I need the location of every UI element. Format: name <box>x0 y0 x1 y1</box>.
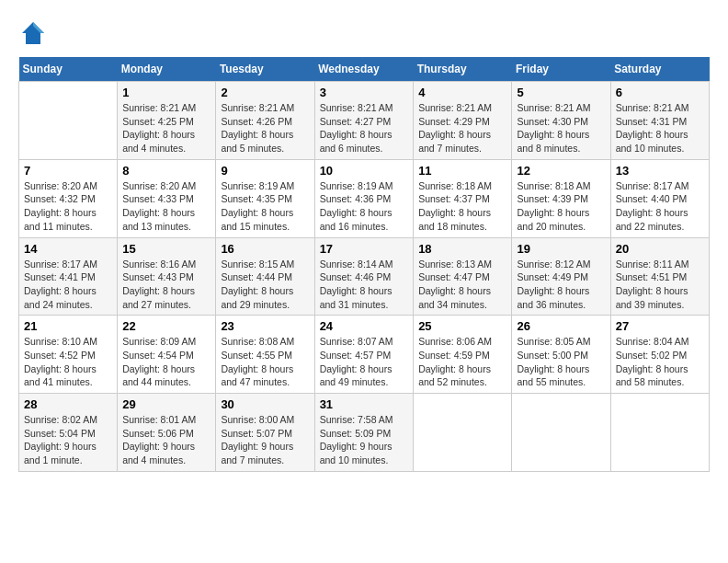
day-info: Sunrise: 8:20 AMSunset: 4:33 PMDaylight:… <box>122 179 210 234</box>
calendar-cell <box>512 394 610 472</box>
calendar-cell <box>19 82 118 160</box>
logo-icon <box>18 18 48 48</box>
calendar-cell: 23Sunrise: 8:08 AMSunset: 4:55 PMDayligh… <box>216 316 314 394</box>
logo <box>18 18 51 48</box>
day-info: Sunrise: 8:15 AMSunset: 4:44 PMDaylight:… <box>221 258 309 312</box>
calendar-cell: 19Sunrise: 8:12 AMSunset: 4:49 PMDayligh… <box>512 237 610 316</box>
calendar-cell: 29Sunrise: 8:01 AMSunset: 5:06 PMDayligh… <box>118 394 216 472</box>
page-container: SundayMondayTuesdayWednesdayThursdayFrid… <box>18 18 710 472</box>
day-number: 26 <box>517 319 605 333</box>
day-number: 23 <box>221 319 309 333</box>
day-number: 28 <box>24 397 112 411</box>
calendar-cell: 28Sunrise: 8:02 AMSunset: 5:04 PMDayligh… <box>19 394 118 472</box>
calendar-cell: 5Sunrise: 8:21 AMSunset: 4:30 PMDaylight… <box>512 82 610 160</box>
calendar-cell: 25Sunrise: 8:06 AMSunset: 4:59 PMDayligh… <box>414 316 512 394</box>
day-info: Sunrise: 7:58 AMSunset: 5:09 PMDaylight:… <box>320 413 409 467</box>
calendar-cell: 17Sunrise: 8:14 AMSunset: 4:46 PMDayligh… <box>314 237 414 316</box>
day-number: 27 <box>616 319 704 333</box>
day-info: Sunrise: 8:19 AMSunset: 4:35 PMDaylight:… <box>221 179 309 234</box>
day-info: Sunrise: 8:18 AMSunset: 4:37 PMDaylight:… <box>418 179 506 234</box>
day-number: 9 <box>221 164 309 178</box>
day-info: Sunrise: 8:05 AMSunset: 5:00 PMDaylight:… <box>517 335 605 389</box>
weekday-header: Saturday <box>610 57 709 82</box>
day-info: Sunrise: 8:04 AMSunset: 5:02 PMDaylight:… <box>616 335 704 389</box>
day-number: 25 <box>418 319 506 333</box>
calendar-cell: 1Sunrise: 8:21 AMSunset: 4:25 PMDaylight… <box>118 82 216 160</box>
weekday-header: Tuesday <box>216 57 314 82</box>
calendar-week-row: 14Sunrise: 8:17 AMSunset: 4:41 PMDayligh… <box>19 237 710 316</box>
day-info: Sunrise: 8:21 AMSunset: 4:27 PMDaylight:… <box>320 101 409 155</box>
day-number: 5 <box>517 86 605 99</box>
day-info: Sunrise: 8:21 AMSunset: 4:25 PMDaylight:… <box>122 101 210 155</box>
day-number: 18 <box>418 242 506 256</box>
day-number: 16 <box>221 242 309 256</box>
day-info: Sunrise: 8:18 AMSunset: 4:39 PMDaylight:… <box>517 179 605 234</box>
day-info: Sunrise: 8:20 AMSunset: 4:32 PMDaylight:… <box>24 179 112 234</box>
day-number: 1 <box>122 86 210 99</box>
calendar-cell: 24Sunrise: 8:07 AMSunset: 4:57 PMDayligh… <box>314 316 414 394</box>
calendar-week-row: 7Sunrise: 8:20 AMSunset: 4:32 PMDaylight… <box>19 159 710 237</box>
day-info: Sunrise: 8:02 AMSunset: 5:04 PMDaylight:… <box>24 413 112 467</box>
day-number: 8 <box>122 164 210 178</box>
day-number: 10 <box>320 164 409 178</box>
day-number: 20 <box>616 242 704 256</box>
day-number: 15 <box>122 242 210 256</box>
calendar-cell: 2Sunrise: 8:21 AMSunset: 4:26 PMDaylight… <box>216 82 314 160</box>
calendar-cell: 3Sunrise: 8:21 AMSunset: 4:27 PMDaylight… <box>314 82 414 160</box>
calendar-cell: 30Sunrise: 8:00 AMSunset: 5:07 PMDayligh… <box>216 394 314 472</box>
calendar-cell: 31Sunrise: 7:58 AMSunset: 5:09 PMDayligh… <box>314 394 414 472</box>
weekday-header: Wednesday <box>314 57 414 82</box>
header-row: SundayMondayTuesdayWednesdayThursdayFrid… <box>19 57 710 82</box>
calendar-cell: 7Sunrise: 8:20 AMSunset: 4:32 PMDaylight… <box>19 159 118 237</box>
day-number: 11 <box>418 164 506 178</box>
weekday-header: Monday <box>118 57 216 82</box>
calendar-cell: 21Sunrise: 8:10 AMSunset: 4:52 PMDayligh… <box>19 316 118 394</box>
page-header <box>18 18 710 48</box>
calendar-table: SundayMondayTuesdayWednesdayThursdayFrid… <box>18 57 710 472</box>
day-number: 30 <box>221 397 309 411</box>
calendar-cell: 6Sunrise: 8:21 AMSunset: 4:31 PMDaylight… <box>610 82 709 160</box>
calendar-cell: 14Sunrise: 8:17 AMSunset: 4:41 PMDayligh… <box>19 237 118 316</box>
calendar-cell: 18Sunrise: 8:13 AMSunset: 4:47 PMDayligh… <box>414 237 512 316</box>
weekday-header: Friday <box>512 57 610 82</box>
day-number: 31 <box>320 397 409 411</box>
day-number: 29 <box>122 397 210 411</box>
calendar-cell: 13Sunrise: 8:17 AMSunset: 4:40 PMDayligh… <box>610 159 709 237</box>
calendar-cell: 12Sunrise: 8:18 AMSunset: 4:39 PMDayligh… <box>512 159 610 237</box>
day-number: 19 <box>517 242 605 256</box>
day-number: 14 <box>24 242 112 256</box>
day-number: 12 <box>517 164 605 178</box>
day-number: 6 <box>616 86 704 99</box>
day-info: Sunrise: 8:09 AMSunset: 4:54 PMDaylight:… <box>122 335 210 389</box>
calendar-cell: 11Sunrise: 8:18 AMSunset: 4:37 PMDayligh… <box>414 159 512 237</box>
day-info: Sunrise: 8:10 AMSunset: 4:52 PMDaylight:… <box>24 335 112 389</box>
calendar-cell: 20Sunrise: 8:11 AMSunset: 4:51 PMDayligh… <box>610 237 709 316</box>
day-info: Sunrise: 8:17 AMSunset: 4:40 PMDaylight:… <box>616 179 704 234</box>
calendar-cell: 10Sunrise: 8:19 AMSunset: 4:36 PMDayligh… <box>314 159 414 237</box>
day-info: Sunrise: 8:06 AMSunset: 4:59 PMDaylight:… <box>418 335 506 389</box>
day-number: 17 <box>320 242 409 256</box>
day-info: Sunrise: 8:21 AMSunset: 4:30 PMDaylight:… <box>517 101 605 155</box>
day-info: Sunrise: 8:19 AMSunset: 4:36 PMDaylight:… <box>320 179 409 234</box>
calendar-week-row: 21Sunrise: 8:10 AMSunset: 4:52 PMDayligh… <box>19 316 710 394</box>
calendar-cell: 27Sunrise: 8:04 AMSunset: 5:02 PMDayligh… <box>610 316 709 394</box>
day-info: Sunrise: 8:21 AMSunset: 4:29 PMDaylight:… <box>418 101 506 155</box>
day-info: Sunrise: 8:08 AMSunset: 4:55 PMDaylight:… <box>221 335 309 389</box>
day-number: 3 <box>320 86 409 99</box>
day-info: Sunrise: 8:16 AMSunset: 4:43 PMDaylight:… <box>122 258 210 312</box>
day-info: Sunrise: 8:12 AMSunset: 4:49 PMDaylight:… <box>517 258 605 312</box>
calendar-cell: 22Sunrise: 8:09 AMSunset: 4:54 PMDayligh… <box>118 316 216 394</box>
day-info: Sunrise: 8:07 AMSunset: 4:57 PMDaylight:… <box>320 335 409 389</box>
day-number: 4 <box>418 86 506 99</box>
day-number: 22 <box>122 319 210 333</box>
calendar-week-row: 1Sunrise: 8:21 AMSunset: 4:25 PMDaylight… <box>19 82 710 160</box>
day-number: 24 <box>320 319 409 333</box>
calendar-cell: 4Sunrise: 8:21 AMSunset: 4:29 PMDaylight… <box>414 82 512 160</box>
day-number: 13 <box>616 164 704 178</box>
calendar-cell <box>414 394 512 472</box>
day-info: Sunrise: 8:13 AMSunset: 4:47 PMDaylight:… <box>418 258 506 312</box>
day-info: Sunrise: 8:21 AMSunset: 4:31 PMDaylight:… <box>616 101 704 155</box>
calendar-cell <box>610 394 709 472</box>
calendar-cell: 9Sunrise: 8:19 AMSunset: 4:35 PMDaylight… <box>216 159 314 237</box>
day-info: Sunrise: 8:01 AMSunset: 5:06 PMDaylight:… <box>122 413 210 467</box>
